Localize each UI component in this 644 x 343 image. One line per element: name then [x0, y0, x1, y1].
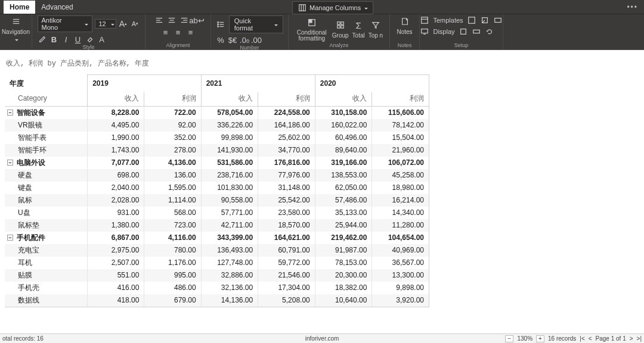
collapse-icon[interactable]: −: [7, 160, 13, 166]
cell[interactable]: 219,462.00: [315, 232, 372, 244]
cell[interactable]: 92.00: [144, 119, 201, 132]
cell[interactable]: 25,602.00: [258, 132, 315, 144]
cell[interactable]: 136.00: [144, 169, 201, 182]
collapse-icon[interactable]: −: [7, 110, 13, 116]
table-row[interactable]: 耳机2,507.001,176.00127,748.0059,772.0078,…: [5, 257, 429, 269]
cell[interactable]: 16,214.00: [372, 194, 429, 207]
cell[interactable]: 4,136.00: [144, 157, 201, 169]
cell[interactable]: 238,716.00: [201, 169, 258, 182]
cell[interactable]: 11,280.00: [372, 219, 429, 232]
list-icon[interactable]: [216, 20, 225, 29]
cell[interactable]: 5,208.00: [258, 294, 315, 307]
cell[interactable]: 4,116.00: [144, 232, 201, 244]
table-row[interactable]: 智能手环1,743.00278.00141,930.0034,770.0089,…: [5, 144, 429, 157]
table-row[interactable]: 鼠标2,028.001,114.0090,558.0025,542.0057,4…: [5, 194, 429, 207]
cell[interactable]: 2,975.00: [88, 244, 144, 257]
group-button[interactable]: Group: [332, 19, 349, 39]
cell[interactable]: 418.00: [88, 294, 144, 307]
navigation-button[interactable]: Navigation: [2, 15, 30, 43]
cell[interactable]: 36,567.00: [372, 257, 429, 269]
table-row[interactable]: 贴膜551.00995.0032,886.0021,546.0020,300.0…: [5, 269, 429, 282]
cell[interactable]: 21,960.00: [372, 144, 429, 157]
valign-top-icon[interactable]: ≡: [161, 27, 171, 37]
cell[interactable]: 224,558.00: [258, 106, 315, 119]
bold-icon[interactable]: B: [49, 35, 59, 44]
table-row[interactable]: U盘931.00568.0057,771.0023,580.0035,133.0…: [5, 207, 429, 219]
cell[interactable]: 40,969.00: [372, 244, 429, 257]
cell[interactable]: 336,226.00: [201, 119, 258, 132]
cell[interactable]: 4,495.00: [88, 119, 144, 132]
notes-button[interactable]: Notes: [397, 15, 412, 35]
cell[interactable]: 42,711.00: [201, 219, 258, 232]
cell[interactable]: 101,830.00: [201, 182, 258, 194]
cell[interactable]: 32,136.00: [201, 282, 258, 294]
valign-mid-icon[interactable]: ≡: [174, 27, 183, 37]
underline-icon[interactable]: U: [73, 35, 83, 44]
refresh-icon[interactable]: [485, 27, 494, 36]
page-first-button[interactable]: |<: [580, 335, 584, 342]
table-row[interactable]: 智能手表1,990.00352.0099,898.0025,602.0060,4…: [5, 132, 429, 144]
cell[interactable]: 18,980.00: [372, 182, 429, 194]
table-row[interactable]: −智能设备8,228.00722.00578,054.00224,558.003…: [5, 106, 429, 119]
more-menu[interactable]: •••: [627, 3, 638, 11]
cell[interactable]: 106,072.00: [372, 157, 429, 169]
cell[interactable]: 2,028.00: [88, 194, 144, 207]
cell[interactable]: 416.00: [88, 282, 144, 294]
cell[interactable]: 91,987.00: [315, 244, 372, 257]
cell[interactable]: 568.00: [144, 207, 201, 219]
cell[interactable]: 32,886.00: [201, 269, 258, 282]
cell[interactable]: 486.00: [144, 282, 201, 294]
cell[interactable]: 60,496.00: [315, 132, 372, 144]
wrap-text-icon[interactable]: ab↩: [192, 15, 202, 25]
brush-icon[interactable]: [38, 35, 47, 44]
page-last-button[interactable]: >|: [637, 335, 642, 342]
italic-icon[interactable]: I: [61, 35, 71, 44]
year-2020[interactable]: 2020: [315, 75, 429, 92]
fill-color-icon[interactable]: [85, 35, 95, 44]
cell[interactable]: 35,133.00: [315, 207, 372, 219]
align-center-icon[interactable]: [167, 15, 177, 25]
cell[interactable]: 698.00: [88, 169, 144, 182]
cell[interactable]: 2,040.00: [88, 182, 144, 194]
font-color-icon[interactable]: A: [97, 35, 107, 44]
cell[interactable]: 89,640.00: [315, 144, 372, 157]
cell[interactable]: 1,380.00: [88, 219, 144, 232]
opt2-icon[interactable]: [472, 27, 481, 36]
cell[interactable]: 7,077.00: [88, 157, 144, 169]
table-row[interactable]: 手机壳416.00486.0032,136.0017,304.0018,382.…: [5, 282, 429, 294]
zoom-out-button[interactable]: −: [505, 335, 513, 342]
opt1-icon[interactable]: [459, 27, 468, 36]
cell[interactable]: 1,114.00: [144, 194, 201, 207]
cell[interactable]: 62,050.00: [315, 182, 372, 194]
table-row[interactable]: 数据线418.00679.0014,136.005,208.0010,640.0…: [5, 294, 429, 307]
cell[interactable]: 77,976.00: [258, 169, 315, 182]
cell[interactable]: 1,176.00: [144, 257, 201, 269]
cell[interactable]: 25,542.00: [258, 194, 315, 207]
cell[interactable]: 18,570.00: [258, 219, 315, 232]
table-row[interactable]: 鼠标垫1,380.00723.0042,711.0018,570.0025,94…: [5, 219, 429, 232]
cell[interactable]: 931.00: [88, 207, 144, 219]
cell[interactable]: 57,486.00: [315, 194, 372, 207]
cell[interactable]: 164,186.00: [258, 119, 315, 132]
page-next-button[interactable]: >: [630, 335, 633, 342]
cell[interactable]: 20,300.00: [315, 269, 372, 282]
cell[interactable]: 531,586.00: [201, 157, 258, 169]
cell[interactable]: 17,304.00: [258, 282, 315, 294]
table-row[interactable]: −电脑外设7,077.004,136.00531,586.00176,816.0…: [5, 157, 429, 169]
align-right-icon[interactable]: [179, 15, 189, 25]
year-2019[interactable]: 2019: [88, 75, 202, 92]
cell[interactable]: 141,930.00: [201, 144, 258, 157]
cell[interactable]: 2,507.00: [88, 257, 144, 269]
cell[interactable]: 1,595.00: [144, 182, 201, 194]
cell[interactable]: 18,382.00: [315, 282, 372, 294]
templates-button[interactable]: Templates: [433, 17, 463, 24]
cell[interactable]: 160,022.00: [315, 119, 372, 132]
table-row[interactable]: 硬盘698.00136.00238,716.0077,976.00138,553…: [5, 169, 429, 182]
cell[interactable]: 6,867.00: [88, 232, 144, 244]
cell[interactable]: 9,898.00: [372, 282, 429, 294]
cell[interactable]: 99,898.00: [201, 132, 258, 144]
fontsize-select[interactable]: 12: [95, 19, 116, 29]
page-prev-button[interactable]: <: [589, 335, 592, 342]
decimal-dec-icon[interactable]: .0₀: [240, 35, 249, 45]
cell[interactable]: 679.00: [144, 294, 201, 307]
